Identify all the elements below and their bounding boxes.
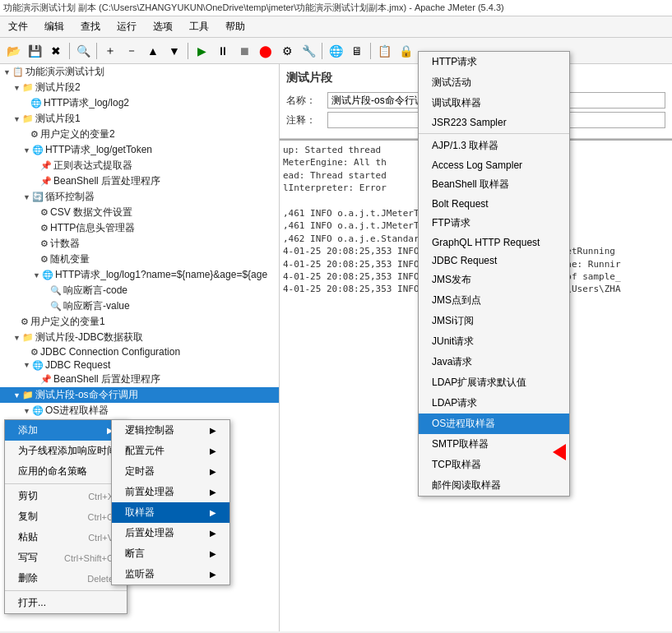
sampler-access-log[interactable]: Access Log Sampler <box>419 156 569 174</box>
expand-os1[interactable]: ▼ <box>23 407 30 415</box>
toolbar-add[interactable]: ＋ <box>100 41 120 61</box>
toolbar-wrench[interactable]: 🔧 <box>299 41 318 61</box>
sampler-jdbc[interactable]: JDBC Request <box>419 252 569 270</box>
expand-root[interactable]: ▼ <box>3 68 11 76</box>
menu-run[interactable]: 运行 <box>112 18 141 35</box>
ctx-delete[interactable]: 删除 Delete <box>5 568 127 589</box>
icon-regex1: 📌 <box>40 160 52 171</box>
sampler-beanshell[interactable]: BeanShell 取样器 <box>419 174 569 195</box>
submenu-add-preprocessor[interactable]: 前置处理器 ▶ <box>112 482 229 502</box>
tree-item-t3[interactable]: ▼ 📁 测试片段-JDBC数据获取 <box>0 330 279 345</box>
tree-item-bean2[interactable]: ▶ 📌 BeanShell 后置处理程序 <box>0 372 279 387</box>
tree-item-uv1[interactable]: ▶ ⚙ 用户定义的变量2 <box>0 127 279 142</box>
tree-item-assert1[interactable]: ▶ 🔍 响应断言-code <box>0 283 279 298</box>
toolbar-pause[interactable]: ⏸ <box>213 41 233 61</box>
label-regex1: 正则表达式提取器 <box>53 159 132 173</box>
submenu-add-assertion[interactable]: 断言 ▶ <box>112 543 229 564</box>
tree-item-jdbc2[interactable]: ▼ 🌐 JDBC Request <box>0 358 279 372</box>
sampler-ldap[interactable]: LDAP请求 <box>419 393 569 414</box>
toolbar-save[interactable]: 💾 <box>25 41 44 61</box>
tree-item-t1[interactable]: ▼ 📁 测试片段1 <box>0 111 279 127</box>
toolbar-monitor[interactable]: 🖥 <box>347 41 367 61</box>
menu-file[interactable]: 文件 <box>3 18 33 35</box>
tree-item-regex1[interactable]: ▶ 📌 正则表达式提取器 <box>0 158 279 173</box>
toolbar-record[interactable]: ⬤ <box>256 41 276 61</box>
toolbar-close[interactable]: ✖ <box>46 41 66 61</box>
tree-item-count1[interactable]: ▶ ⚙ 计数器 <box>0 236 279 252</box>
sampler-tcp[interactable]: TCP取样器 <box>419 455 569 475</box>
tree-item-loop1[interactable]: ▼ 🔄 循环控制器 <box>0 189 279 205</box>
sampler-smtp[interactable]: SMTP取样器 <box>419 434 569 455</box>
toolbar-stop[interactable]: ⏹ <box>234 41 254 61</box>
ctx-add-response-time[interactable]: 为子线程添加响应时间 <box>5 441 127 461</box>
ctx-open[interactable]: 打开... <box>5 593 127 613</box>
submenu-add-config[interactable]: 配置元件 ▶ <box>112 441 229 461</box>
ctx-paste[interactable]: 粘贴 Ctrl+V <box>5 527 127 548</box>
menu-edit[interactable]: 编辑 <box>39 18 69 35</box>
tree-item-csv1[interactable]: ▶ ⚙ CSV 数据文件设置 <box>0 205 279 220</box>
toolbar-clipboard[interactable]: 📋 <box>374 41 394 61</box>
expand-t2[interactable]: ▼ <box>13 84 21 92</box>
ctx-cut[interactable]: 剪切 Ctrl+X <box>5 486 127 506</box>
ctx-copy[interactable]: 复制 Ctrl+C <box>5 506 127 527</box>
sampler-os[interactable]: OS进程取样器 <box>419 414 569 434</box>
ctx-naming-strategy[interactable]: 应用的命名策略 <box>5 461 127 482</box>
toolbar-search[interactable]: 🔍 <box>73 41 93 61</box>
icon-jdbc2: 🌐 <box>32 360 44 371</box>
tree-item-uv2[interactable]: ▶ ⚙ 用户定义的变量1 <box>0 314 279 330</box>
tree-item-root[interactable]: ▼ 📋 功能演示测试计划 <box>0 64 279 80</box>
toolbar-up[interactable]: ▲ <box>143 41 163 61</box>
tree-item-http4[interactable]: ▼ 🌐 HTTP请求_log/log1?name=${name}&age=${a… <box>0 267 279 283</box>
sampler-junit[interactable]: JUnit请求 <box>419 331 569 352</box>
toolbar-settings[interactable]: ⚙ <box>277 41 297 61</box>
sampler-mail[interactable]: 邮件阅读取样器 <box>419 475 569 496</box>
sampler-test-action[interactable]: 测试活动 <box>419 72 569 93</box>
tree-item-t2[interactable]: ▼ 📁 测试片段2 <box>0 80 279 95</box>
tree-item-http3[interactable]: ▶ ⚙ HTTP信息头管理器 <box>0 220 279 236</box>
sampler-debug[interactable]: 调试取样器 <box>419 93 569 113</box>
tree-item-bean1[interactable]: ▶ 📌 BeanShell 后置处理程序 <box>0 173 279 189</box>
menu-find[interactable]: 查找 <box>76 18 105 35</box>
submenu-add-sampler[interactable]: 取样器 ▶ <box>112 502 229 523</box>
toolbar-down[interactable]: ▼ <box>165 41 184 61</box>
sampler-ldap-ext[interactable]: LDAP扩展请求默认值 <box>419 372 569 393</box>
toolbar-web[interactable]: 🌐 <box>326 41 345 61</box>
submenu-add-logic[interactable]: 逻辑控制器 ▶ <box>112 420 229 441</box>
expand-t4[interactable]: ▼ <box>13 391 21 400</box>
toolbar-remove[interactable]: － <box>122 41 141 61</box>
sampler-http[interactable]: HTTP请求 <box>419 52 569 72</box>
ctx-duplicate[interactable]: 写写 Ctrl+Shift+C <box>5 548 127 568</box>
menu-options[interactable]: 选项 <box>148 18 178 35</box>
sampler-graphql[interactable]: GraphQL HTTP Request <box>419 233 569 252</box>
menu-help[interactable]: 帮助 <box>220 18 250 35</box>
toolbar-open[interactable]: 📂 <box>3 41 23 61</box>
tree-item-assert2[interactable]: ▶ 🔍 响应断言-value <box>0 298 279 314</box>
expand-t1[interactable]: ▼ <box>13 115 21 123</box>
tree-item-http1[interactable]: ▶ 🌐 HTTP请求_log/log2 <box>0 95 279 111</box>
tree-item-t4[interactable]: ▼ 📁 测试片段-os命令行调用 <box>0 387 279 403</box>
menu-tools[interactable]: 工具 <box>184 18 214 35</box>
expand-t3[interactable]: ▼ <box>13 334 21 342</box>
tree-item-rand1[interactable]: ▶ ⚙ 随机变量 <box>0 252 279 267</box>
toolbar-play[interactable]: ▶ <box>192 41 211 61</box>
sampler-java[interactable]: Java请求 <box>419 352 569 372</box>
sampler-ftp[interactable]: FTP请求 <box>419 213 569 233</box>
toolbar-lock[interactable]: 🔒 <box>396 41 415 61</box>
ctx-add[interactable]: 添加 ▶ <box>5 420 127 441</box>
tree-item-os1[interactable]: ▼ 🌐 OS进程取样器 <box>0 403 279 418</box>
submenu-add-listener[interactable]: 监听器 ▶ <box>112 564 229 584</box>
sampler-jms-p2p[interactable]: JMS点到点 <box>419 290 569 311</box>
sampler-jms-pub[interactable]: JMS发布 <box>419 270 569 290</box>
expand-http2[interactable]: ▼ <box>23 146 30 155</box>
sampler-bolt[interactable]: Bolt Request <box>419 195 569 213</box>
sampler-jmsi[interactable]: JMSi订阅 <box>419 311 569 331</box>
submenu-add-timer[interactable]: 定时器 ▶ <box>112 461 229 482</box>
expand-jdbc2[interactable]: ▼ <box>23 361 30 369</box>
expand-http4[interactable]: ▼ <box>33 271 40 280</box>
tree-item-jdbc1[interactable]: ▶ ⚙ JDBC Connection Configuration <box>0 345 279 358</box>
submenu-add-postprocessor[interactable]: 后置处理器 ▶ <box>112 523 229 543</box>
sampler-jsr223[interactable]: JSR223 Sampler <box>419 113 569 132</box>
tree-item-http2[interactable]: ▼ 🌐 HTTP请求_log/getToken <box>0 142 279 158</box>
sampler-ajp[interactable]: AJP/1.3 取样器 <box>419 136 569 156</box>
expand-loop1[interactable]: ▼ <box>23 193 30 201</box>
